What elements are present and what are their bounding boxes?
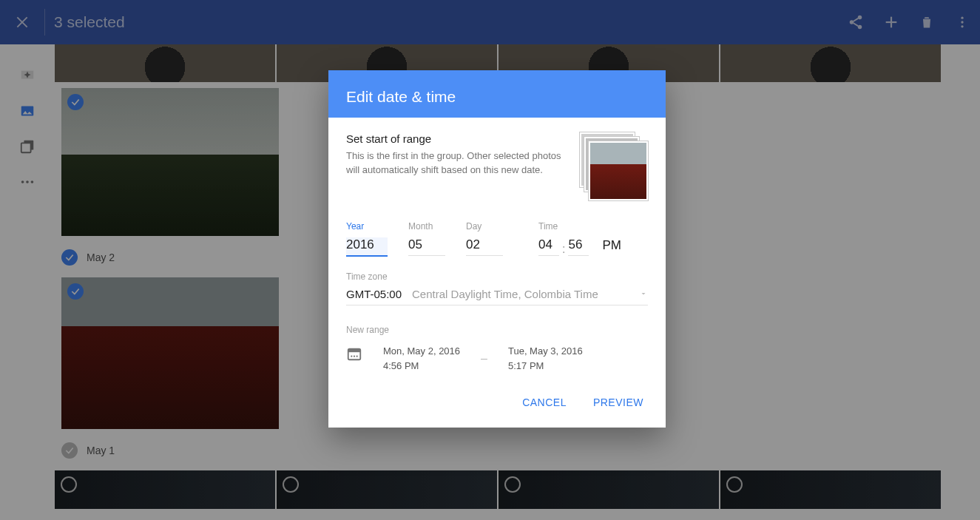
time-minute-value[interactable]: 56 xyxy=(568,237,589,256)
svg-point-20 xyxy=(356,356,358,357)
timezone-gmt: GMT-05:00 xyxy=(346,288,402,300)
dropdown-arrow-icon xyxy=(639,288,648,300)
day-label: Day xyxy=(466,221,503,232)
range-start: Mon, May 2, 2016 4:56 PM xyxy=(383,344,460,373)
preview-button[interactable]: PREVIEW xyxy=(587,392,649,413)
timezone-field[interactable]: Time zone GMT-05:00 Central Daylight Tim… xyxy=(346,271,648,305)
dialog-thumbnail-preview xyxy=(580,132,648,200)
day-value[interactable]: 02 xyxy=(466,237,503,256)
timezone-label: Time zone xyxy=(346,271,648,282)
calendar-icon xyxy=(346,345,362,365)
month-field[interactable]: Month 05 xyxy=(408,221,445,257)
edit-date-time-dialog: Edit date & time Set start of range This… xyxy=(328,70,666,428)
month-value[interactable]: 05 xyxy=(408,237,445,256)
svg-point-19 xyxy=(354,356,355,357)
time-label: Time xyxy=(538,221,624,232)
timezone-name: Central Daylight Time, Colombia Time xyxy=(412,288,629,300)
cancel-button[interactable]: CANCEL xyxy=(516,392,572,413)
year-field[interactable]: Year 2016 xyxy=(346,221,388,257)
range-end: Tue, May 3, 2016 5:17 PM xyxy=(508,344,583,373)
new-range-section: New range Mon, May 2, 2016 4:56 PM – Tue… xyxy=(346,325,648,373)
range-start-time: 4:56 PM xyxy=(383,359,460,374)
dialog-actions: CANCEL PREVIEW xyxy=(328,380,666,428)
time-field[interactable]: Time 04 : 56 PM xyxy=(538,221,624,257)
dialog-subtitle: Set start of range xyxy=(346,132,567,145)
range-separator: – xyxy=(481,352,487,365)
range-end-date: Tue, May 3, 2016 xyxy=(508,344,583,359)
day-field[interactable]: Day 02 xyxy=(466,221,503,257)
range-end-time: 5:17 PM xyxy=(508,359,583,374)
year-value[interactable]: 2016 xyxy=(346,237,388,257)
new-range-label: New range xyxy=(346,325,648,335)
year-label: Year xyxy=(346,221,388,232)
time-hour-value[interactable]: 04 xyxy=(538,237,559,256)
dialog-description: This is the first in the group. Other se… xyxy=(346,149,567,178)
svg-rect-17 xyxy=(348,349,361,353)
dialog-body: Set start of range This is the first in … xyxy=(328,118,666,380)
dialog-title: Edit date & time xyxy=(328,70,666,118)
month-label: Month xyxy=(408,221,445,232)
range-start-date: Mon, May 2, 2016 xyxy=(383,344,460,359)
time-period-value[interactable]: PM xyxy=(602,238,624,256)
svg-point-18 xyxy=(351,356,352,357)
